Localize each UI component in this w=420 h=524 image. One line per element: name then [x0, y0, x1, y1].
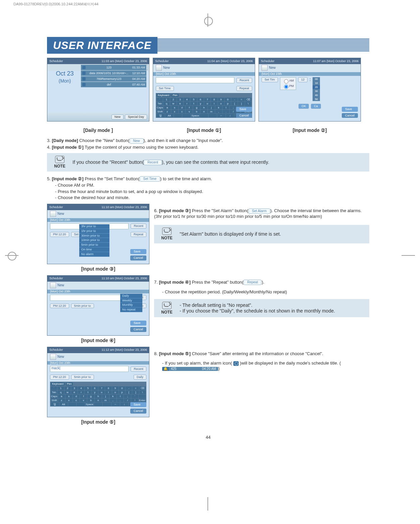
key[interactable]: r — [184, 102, 190, 105]
key[interactable]: , — [109, 398, 116, 402]
key[interactable]: j — [208, 106, 215, 109]
key[interactable]: = — [132, 386, 139, 390]
cancel-popup-button[interactable]: Ca — [311, 104, 321, 109]
key[interactable]: ' — [131, 394, 138, 398]
key[interactable]: Enter — [139, 398, 146, 402]
key[interactable]: 5 — [190, 98, 197, 101]
key[interactable]: Tab — [51, 390, 57, 394]
recent-button[interactable]: Recent — [131, 367, 146, 372]
repeat-option[interactable]: No repeat — [120, 307, 142, 312]
key[interactable]: 8 — [105, 386, 111, 390]
key[interactable]: 5 — [85, 386, 91, 390]
key[interactable]: b — [193, 110, 200, 113]
pm-radio[interactable] — [284, 85, 288, 89]
key[interactable]: ↑ — [131, 398, 138, 402]
key[interactable]: e — [177, 102, 183, 105]
key[interactable]: = — [238, 98, 244, 101]
repeat-option[interactable]: Monthly — [120, 303, 142, 307]
key[interactable]: x — [65, 398, 73, 402]
key[interactable]: z — [58, 398, 65, 402]
key[interactable]: z — [164, 110, 171, 113]
alarm-option[interactable]: 5min prior to — [79, 243, 109, 247]
key[interactable]: - — [126, 386, 132, 390]
save-button[interactable]: Save — [130, 402, 146, 407]
key[interactable]: 8 — [211, 98, 217, 101]
key[interactable]: q — [163, 102, 170, 105]
key[interactable]: t — [190, 102, 197, 105]
key[interactable]: ↓ — [226, 114, 234, 117]
alarm-option[interactable]: On time — [79, 247, 109, 252]
recent-button[interactable]: Recent — [131, 224, 146, 229]
key[interactable]: i — [211, 102, 217, 105]
key[interactable]: g — [193, 106, 200, 109]
key[interactable]: 9 — [218, 98, 224, 101]
key[interactable]: - — [231, 98, 238, 101]
key[interactable] — [94, 402, 102, 406]
am-radio[interactable] — [284, 79, 288, 84]
alarm-value[interactable]: 5min prior to — [71, 375, 94, 380]
alarm-option[interactable]: 1hr prior to — [79, 229, 109, 234]
schedule-item[interactable]: 12301:33 AM — [81, 65, 146, 70]
key[interactable]: f — [186, 106, 193, 109]
key[interactable]: 2 — [64, 386, 71, 390]
key[interactable]: . — [117, 398, 124, 402]
alarm-value[interactable]: 5min prior to — [71, 303, 94, 308]
key[interactable] — [139, 394, 146, 398]
memo-input[interactable] — [50, 295, 129, 301]
alarm-options[interactable]: 3hr prior to 1hr prior to 30min prior to… — [79, 224, 109, 257]
key[interactable]: 4 — [184, 98, 190, 101]
key[interactable]: Shift — [51, 398, 58, 402]
save-button[interactable]: Save — [130, 321, 146, 326]
key[interactable] — [174, 114, 182, 117]
time-value[interactable]: PM 12:20 — [50, 232, 69, 237]
key[interactable]: 1 — [57, 386, 64, 390]
key[interactable]: \ — [139, 390, 146, 394]
key[interactable]: ] — [132, 390, 139, 394]
save-button[interactable]: Save — [342, 107, 358, 112]
key[interactable]: Space — [191, 114, 199, 117]
key[interactable] — [68, 402, 77, 406]
key[interactable]: f — [80, 394, 87, 398]
key[interactable] — [103, 402, 111, 406]
key[interactable]: h — [95, 394, 102, 398]
key[interactable]: 영 — [51, 402, 59, 406]
key[interactable]: p — [225, 102, 231, 105]
pen-tab[interactable]: Pen — [65, 382, 73, 386]
key[interactable]: ⌫ — [245, 98, 251, 101]
key[interactable]: l — [223, 106, 230, 109]
key[interactable] — [208, 114, 217, 117]
key[interactable]: y — [197, 102, 204, 105]
key[interactable]: c — [73, 398, 80, 402]
minute-option[interactable]: 00 — [313, 77, 320, 81]
schedule-item[interactable]: 789Rememory12304:20 AM — [81, 76, 146, 82]
alarm-option[interactable]: 10min prior to — [79, 238, 109, 243]
key[interactable]: 3 — [71, 386, 78, 390]
key[interactable]: n — [95, 398, 102, 402]
schedule-item[interactable]: data 2006/10/31 10:00AM~...12:10 AM — [81, 70, 146, 76]
key[interactable]: g — [87, 394, 94, 398]
memo-input[interactable] — [156, 77, 234, 83]
key[interactable]: d — [73, 394, 80, 398]
key[interactable]: Alt — [59, 402, 68, 406]
key[interactable]: o — [218, 102, 224, 105]
set-time-button[interactable]: Set Time — [156, 86, 174, 91]
key[interactable]: Caps — [156, 106, 164, 109]
key[interactable]: 0 — [119, 386, 125, 390]
key[interactable]: , — [215, 110, 222, 113]
key[interactable]: s — [65, 394, 73, 398]
cancel-button[interactable]: Cancel — [236, 113, 252, 118]
key[interactable]: 1 — [163, 98, 170, 101]
key[interactable]: ↓ — [120, 402, 129, 406]
key[interactable]: / — [124, 398, 131, 402]
key[interactable]: k — [215, 106, 222, 109]
alarm-option[interactable]: No alarm — [79, 252, 109, 257]
key[interactable]: y — [92, 390, 98, 394]
special-day-button[interactable]: Special Day — [125, 114, 147, 120]
cancel-button[interactable]: Cancel — [130, 255, 146, 260]
time-value[interactable]: PM 12:20 — [50, 375, 69, 380]
minute-option[interactable]: 50 — [313, 97, 320, 101]
save-button[interactable]: Save — [236, 107, 252, 112]
ampm-selector[interactable]: AM PM — [280, 77, 296, 90]
key[interactable]: j — [102, 394, 109, 398]
schedule-item[interactable]: def07:40 AM — [81, 82, 146, 87]
